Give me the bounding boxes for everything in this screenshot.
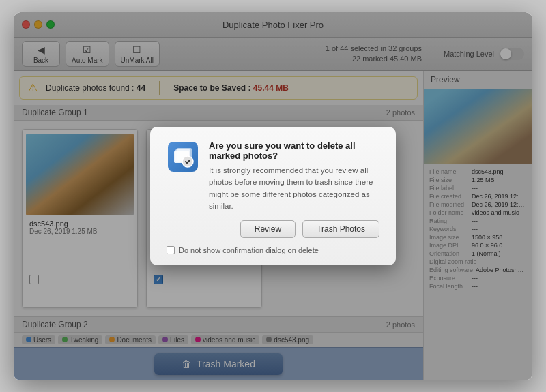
modal-footer: Do not show confirmation dialog on delet… xyxy=(167,246,379,254)
confirmation-checkbox-label: Do not show confirmation dialog on delet… xyxy=(179,246,319,254)
modal-overlay: Are you sure you want to delete all mark… xyxy=(14,12,532,380)
modal-body: It is strongly recommended that you revi… xyxy=(209,165,379,212)
modal-text-area: Are you sure you want to delete all mark… xyxy=(209,140,379,212)
main-window: Duplicate Photo Fixer Pro ◀ Back ☑ Auto … xyxy=(14,12,532,380)
modal-dialog: Are you sure you want to delete all mark… xyxy=(150,127,396,265)
confirmation-checkbox[interactable] xyxy=(167,246,175,254)
modal-icon-area xyxy=(167,140,199,173)
modal-header: Are you sure you want to delete all mark… xyxy=(167,140,379,212)
modal-buttons: Review Trash Photos xyxy=(167,220,379,238)
modal-title: Are you sure you want to delete all mark… xyxy=(209,140,379,161)
review-button[interactable]: Review xyxy=(240,220,296,238)
app-icon xyxy=(168,142,198,172)
trash-photos-button[interactable]: Trash Photos xyxy=(302,220,379,238)
